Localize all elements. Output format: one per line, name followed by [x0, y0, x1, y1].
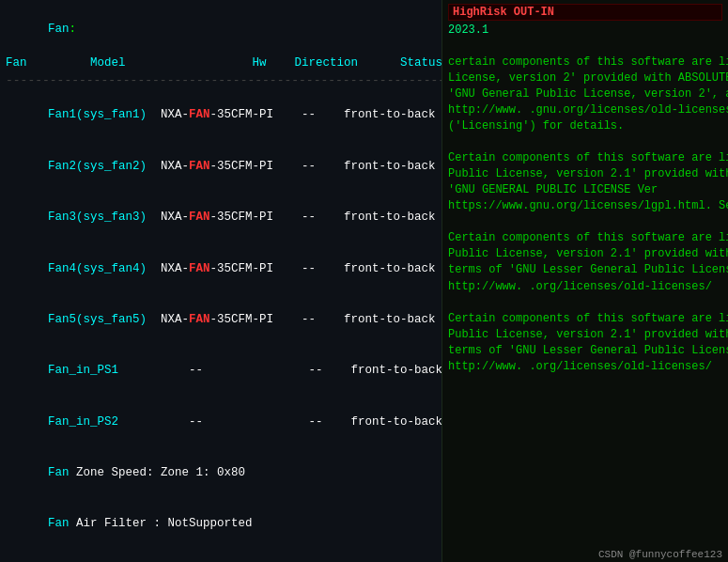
right-line-17: http://www. .org/licenses/old-licenses/: [448, 359, 722, 375]
blank-1: [6, 550, 436, 562]
right-line-1: certain components of this software are …: [448, 55, 722, 70]
right-line-13: http://www. .org/licenses/old-licenses/: [448, 279, 722, 295]
fan-in-ps2: Fan_in_PS2 -- -- front-to-back Ok: [6, 397, 436, 447]
right-line-7: Public License, version 2.1' provided wi…: [448, 166, 722, 182]
right-line-3: 'GNU General Public License, version 2',…: [448, 86, 722, 102]
fan-section-header: Fan:: [6, 4, 436, 55]
right-line-12: terms of 'GNU Lesser General Public Lice…: [448, 262, 722, 278]
fan-row-5: Fan5(sys_fan5) NXA-FAN-35CFM-PI -- front…: [6, 294, 436, 345]
left-panel: Fan: Fan Model Hw Direction Status -----…: [0, 0, 441, 562]
watermark: CSDN @funnycoffee123: [598, 549, 722, 560]
right-blank-1: [448, 39, 722, 55]
right-line-2: License, version 2' provided with ABSOLU…: [448, 70, 722, 86]
fan-row-1: Fan1(sys_fan1) NXA-FAN-35CFM-PI -- front…: [6, 89, 436, 140]
fan-row-3: Fan3(sys_fan3) NXA-FAN-35CFM-PI -- front…: [6, 192, 436, 242]
right-line-5: ('Licensing') for details.: [448, 118, 722, 134]
right-line-8: 'GNU GENERAL PUBLIC LICENSE Ver: [448, 182, 722, 198]
right-line-10: Certain components of this software are …: [448, 230, 722, 246]
main-container: Fan: Fan Model Hw Direction Status -----…: [0, 0, 728, 562]
right-blank-4: [448, 295, 722, 311]
right-line-6: Certain components of this software are …: [448, 150, 722, 166]
right-line-15: Public License, version 2.1' provided wi…: [448, 327, 722, 343]
right-line-16: terms of 'GNU Lesser General Public Lice…: [448, 343, 722, 359]
fan-air-filter: Fan Air Filter : NotSupported: [6, 498, 436, 549]
fan-zone-speed: Fan Zone Speed: Zone 1: 0x80: [6, 447, 436, 498]
fan-row-2: Fan2(sys_fan2) NXA-FAN-35CFM-PI -- front…: [6, 141, 436, 192]
right-line-11: Public License, version 2.1' provided wi…: [448, 246, 722, 262]
right-line-4: http://www. .gnu.org/licenses/old-licens…: [448, 102, 722, 118]
right-line-14: Certain components of this software are …: [448, 311, 722, 327]
right-blank-2: [448, 134, 722, 150]
right-line-year: 2023.1: [448, 23, 722, 39]
fan-label: Fan: [48, 23, 70, 36]
separator-1: ----------------------------------------…: [6, 72, 436, 90]
fan-row-4: Fan4(sys_fan4) NXA-FAN-35CFM-PI -- front…: [6, 242, 436, 293]
right-panel: HighRisk OUT-IN 2023.1 certain component…: [441, 0, 728, 562]
fan-table-header: Fan Model Hw Direction Status: [6, 55, 436, 71]
fan-in-ps1: Fan_in_PS1 -- -- front-to-back Ok: [6, 345, 436, 396]
high-risk-banner: HighRisk OUT-IN: [448, 4, 722, 21]
right-blank-3: [448, 214, 722, 230]
right-line-9: https://www.gnu.org/licenses/lgpl.html. …: [448, 198, 722, 214]
